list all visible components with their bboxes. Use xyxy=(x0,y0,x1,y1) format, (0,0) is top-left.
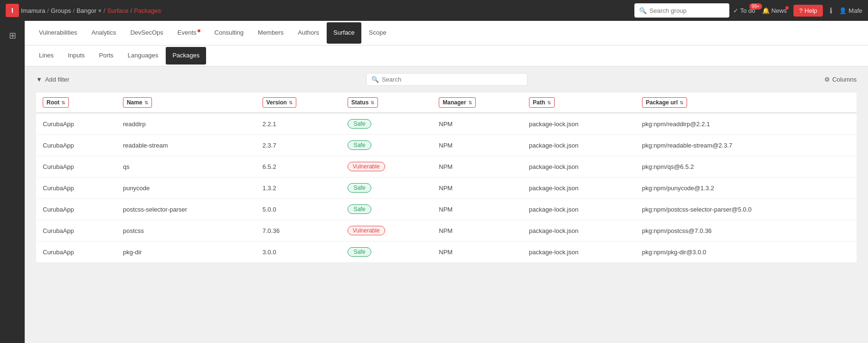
user-button[interactable]: 👤 Mafe xyxy=(839,7,862,14)
user-label: Mafe xyxy=(849,7,862,14)
cell-name: punycode xyxy=(116,177,256,199)
tab-packages[interactable]: Packages xyxy=(166,47,206,65)
col-manager-header[interactable]: Manager ⇅ xyxy=(439,97,475,108)
top-nav-actions: ✓ To do 99+ 🔔 News ? Help ℹ 👤 Mafe xyxy=(733,5,862,17)
sep5: / xyxy=(131,7,132,14)
cell-root: CurubaApp xyxy=(36,241,116,263)
table-row[interactable]: CurubaApp readdirp 2.2.1 Safe NPM packag… xyxy=(36,113,857,135)
cell-name: postcss-selector-parser xyxy=(116,199,256,220)
tab-ports[interactable]: Ports xyxy=(93,47,120,65)
breadcrumb: I Imamura / Groups / Bangor ▾ / Surface … xyxy=(6,4,161,17)
cell-version: 2.2.1 xyxy=(256,113,341,135)
col-path: Path ⇅ xyxy=(522,93,635,113)
help-button[interactable]: ? Help xyxy=(793,5,823,17)
table-row[interactable]: CurubaApp pkg-dir 3.0.0 Safe NPM package… xyxy=(36,241,857,263)
col-version-header[interactable]: Version ⇅ xyxy=(263,97,296,108)
table-search-input[interactable] xyxy=(382,76,522,83)
cell-version: 7.0.36 xyxy=(256,220,341,241)
cell-path: package-lock.json xyxy=(522,199,635,220)
col-manager: Manager ⇅ xyxy=(432,93,522,113)
tab-analytics[interactable]: Analytics xyxy=(85,22,123,44)
help-label: Help xyxy=(804,7,817,14)
tab-inputs[interactable]: Inputs xyxy=(61,47,91,65)
sep2: / xyxy=(73,7,75,14)
cell-manager: NPM xyxy=(432,177,522,199)
search-group-box[interactable]: 🔍 xyxy=(634,3,729,18)
cell-version: 1.3.2 xyxy=(256,177,341,199)
cell-package-url: pkg:npm/punycode@1.3.2 xyxy=(635,177,857,199)
tab-consulting[interactable]: Consulting xyxy=(208,22,250,44)
tab-languages[interactable]: Languages xyxy=(121,47,165,65)
cell-package-url: pkg:npm/postcss-selector-parser@5.0.0 xyxy=(635,199,857,220)
cell-manager: NPM xyxy=(432,199,522,220)
nav-surface[interactable]: Surface xyxy=(107,7,129,14)
cell-root: CurubaApp xyxy=(36,199,116,220)
search-group-input[interactable] xyxy=(650,7,725,14)
tab-vulnerabilities[interactable]: Vulnerabilities xyxy=(32,22,84,44)
tab-lines[interactable]: Lines xyxy=(32,47,60,65)
col-path-header[interactable]: Path ⇅ xyxy=(529,97,555,108)
cell-path: package-lock.json xyxy=(522,156,635,177)
todo-button[interactable]: ✓ To do 99+ xyxy=(733,7,755,14)
col-status-header[interactable]: Status ⇅ xyxy=(348,97,378,108)
sidebar-home-icon[interactable]: ⊞ xyxy=(4,26,21,46)
cell-manager: NPM xyxy=(432,113,522,135)
tab-members[interactable]: Members xyxy=(251,22,290,44)
col-package-url-header[interactable]: Package url ⇅ xyxy=(642,97,687,108)
main-container: ⊞ Vulnerabilities Analytics DevSecOps Ev… xyxy=(0,21,868,343)
table-row[interactable]: CurubaApp postcss-selector-parser 5.0.0 … xyxy=(36,199,857,220)
cell-manager: NPM xyxy=(432,156,522,177)
tab-events[interactable]: Events xyxy=(171,22,207,44)
tab-surface[interactable]: Surface xyxy=(327,22,361,44)
cell-name: readdirp xyxy=(116,113,256,135)
tab-authors[interactable]: Authors xyxy=(291,22,326,44)
info-button[interactable]: ℹ xyxy=(830,6,832,15)
table-row[interactable]: CurubaApp qs 6.5.2 Vulnerable NPM packag… xyxy=(36,156,857,177)
news-button[interactable]: 🔔 News xyxy=(762,7,787,14)
nav-packages[interactable]: Packages xyxy=(134,7,161,14)
table-row[interactable]: CurubaApp postcss 7.0.36 Vulnerable NPM … xyxy=(36,220,857,241)
tab-devsecops[interactable]: DevSecOps xyxy=(123,22,170,44)
sort-icon-status: ⇅ xyxy=(370,100,374,105)
top-nav: I Imamura / Groups / Bangor ▾ / Surface … xyxy=(0,0,868,21)
cell-status: Vulnerable xyxy=(341,220,433,241)
sort-icon-name: ⇅ xyxy=(144,100,148,105)
cell-status: Safe xyxy=(341,113,433,135)
status-badge-vulnerable: Vulnerable xyxy=(348,162,385,171)
filter-icon: ▼ xyxy=(36,76,42,83)
add-filter-button[interactable]: ▼ Add filter xyxy=(36,76,69,83)
add-filter-label: Add filter xyxy=(45,76,69,83)
cell-name: qs xyxy=(116,156,256,177)
news-dot xyxy=(785,6,789,9)
sep4: / xyxy=(104,7,105,14)
col-name-header[interactable]: Name ⇅ xyxy=(123,97,152,108)
checkmark-icon: ✓ xyxy=(733,7,738,14)
cell-path: package-lock.json xyxy=(522,113,635,135)
nav-bangor[interactable]: Bangor xyxy=(76,7,96,14)
nav-groups[interactable]: Groups xyxy=(51,7,71,14)
table-search-box[interactable]: 🔍 xyxy=(366,73,528,86)
tab-scope[interactable]: Scope xyxy=(362,22,393,44)
sep1: / xyxy=(47,7,49,14)
col-package-url: Package url ⇅ xyxy=(635,93,857,113)
table-row[interactable]: CurubaApp punycode 1.3.2 Safe NPM packag… xyxy=(36,177,857,199)
col-root-header[interactable]: Root ⇅ xyxy=(43,97,69,108)
events-dot xyxy=(198,29,200,32)
cell-package-url: pkg:npm/readable-stream@2.3.7 xyxy=(635,135,857,156)
news-label: News xyxy=(772,7,787,14)
cell-status: Safe xyxy=(341,177,433,199)
cell-manager: NPM xyxy=(432,220,522,241)
user-icon: 👤 xyxy=(839,7,847,14)
columns-button[interactable]: ⚙ Columns xyxy=(824,76,857,83)
status-badge-safe: Safe xyxy=(348,204,372,214)
search-group-icon: 🔍 xyxy=(639,7,647,14)
cell-root: CurubaApp xyxy=(36,113,116,135)
table-search-icon: 🔍 xyxy=(371,76,379,83)
col-status: Status ⇅ xyxy=(341,93,433,113)
table-row[interactable]: CurubaApp readable-stream 2.3.7 Safe NPM… xyxy=(36,135,857,156)
sep3: ▾ xyxy=(98,7,102,14)
nav-imamura[interactable]: Imamura xyxy=(21,7,45,14)
gear-icon: ⚙ xyxy=(824,76,830,83)
cell-version: 2.3.7 xyxy=(256,135,341,156)
brand-icon[interactable]: I xyxy=(6,4,19,17)
